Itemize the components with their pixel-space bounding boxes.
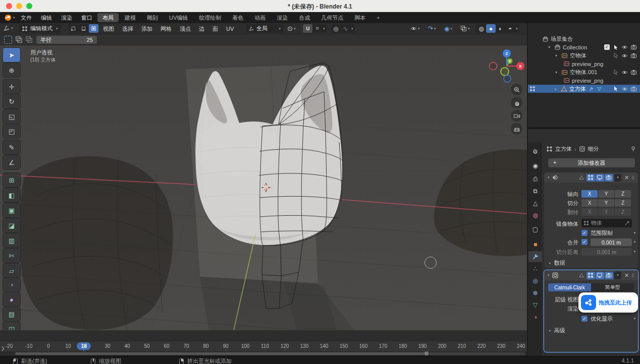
blender-logo-icon[interactable]: ▾ (4, 14, 15, 22)
select-toggle-icon[interactable] (613, 69, 619, 75)
catmull-clark-option[interactable]: Catmull-Clark (548, 283, 591, 291)
tool-knife[interactable]: ✄ (3, 249, 20, 263)
scrollbar-end-dot[interactable] (424, 351, 429, 355)
workspace-tab-着色[interactable]: 着色 (227, 13, 248, 22)
animate-dot[interactable] (634, 318, 635, 319)
tool-bevel[interactable]: ◪ (3, 218, 20, 232)
properties-tab-view-layer[interactable]: ⧉ (528, 186, 542, 197)
mirror-show-in-edit-mode-toggle[interactable] (586, 174, 595, 181)
proportional-edit-toggle[interactable]: ◎ (331, 24, 341, 33)
collapse-chevron-icon[interactable]: ▾ (548, 273, 550, 277)
workspace-tab-渲染[interactable]: 渲染 (272, 13, 293, 22)
menubar-menu-编辑[interactable]: 编辑 (36, 12, 57, 23)
bisectXYZ-z-button[interactable]: Z (615, 199, 631, 207)
mirror-modifier-header[interactable]: ▾ ▾ ✕ ⣿ (544, 172, 638, 183)
viewport-menu-UV[interactable]: UV (222, 23, 238, 34)
menubar-menu-文件[interactable]: 文件 (16, 12, 36, 23)
properties-tab-object-data[interactable]: ▽ (528, 299, 542, 311)
bisectXYZ-x-button[interactable]: X (581, 199, 598, 207)
disable-render-camera-icon[interactable] (630, 52, 637, 59)
tool-loop-cut[interactable]: ▥ (3, 233, 20, 248)
select-mode-vertex-button[interactable] (69, 24, 78, 33)
subdivision-show-on-cage-toggle[interactable] (577, 272, 586, 279)
hide-eye-icon[interactable] (621, 69, 628, 76)
viewport-menu-视图[interactable]: 视图 (99, 23, 118, 34)
expander-chevron[interactable]: ▾ (548, 45, 553, 49)
timeline-expand-chevron[interactable]: ❯ (1, 346, 5, 351)
axisXYZ-z-button[interactable]: Z (615, 190, 631, 198)
properties-tab-material[interactable]: ◑ (528, 312, 542, 323)
hide-eye-icon[interactable] (621, 86, 628, 92)
viewport-menu-顶点[interactable]: 顶点 (176, 23, 195, 34)
subdivision-modifier-header[interactable]: ▾ ▾ ✕ ⣿ (544, 270, 638, 280)
tool-inset-faces[interactable]: ▣ (3, 203, 20, 217)
viewport-scene[interactable] (0, 45, 527, 330)
select-toggle-icon[interactable] (613, 52, 619, 58)
properties-tab-object[interactable]: ■ (528, 239, 542, 250)
subdivision-show-in-edit-mode-toggle[interactable] (586, 272, 595, 279)
outliner-item-label[interactable]: 场景集合 (551, 35, 573, 43)
simple-option[interactable]: 简单型 (591, 283, 634, 291)
animate-dot[interactable] (634, 251, 635, 252)
gizmo-x-neg-axis[interactable] (490, 63, 497, 70)
viewport-3d[interactable]: 用户透视 (18) 立方体 ➤⊕✛↻◱◰✎∠⊞◧▣◪▥✄▱◔●▤◫ Z Y X (0, 45, 527, 330)
properties-tab-world[interactable]: ◍ (528, 210, 542, 221)
mirror-show-in-render-toggle[interactable] (605, 174, 613, 181)
tool-edge-slide[interactable]: ▤ (3, 307, 20, 321)
proportional-falloff-button[interactable]: ∿ (341, 24, 350, 33)
merge-checkbox[interactable]: ✓ (581, 239, 588, 245)
select-toggle-icon[interactable] (613, 86, 619, 92)
breadcrumb-object[interactable]: 立方体 (555, 145, 572, 153)
viewport-menu-添加[interactable]: 添加 (137, 23, 156, 34)
radius-slider[interactable]: 半径 25 (36, 36, 97, 44)
subdivision-show-in-render-toggle[interactable] (605, 272, 613, 279)
select-mode-face-button[interactable] (89, 24, 98, 33)
outliner-row-Collection[interactable]: ▾Collection✓ (528, 43, 640, 51)
properties-tab-constraints[interactable]: ⊗ (528, 287, 542, 298)
xray-toggle[interactable]: ▾ (459, 24, 471, 33)
selection-mode-subtract-button[interactable] (25, 36, 33, 43)
object-visibility-button[interactable]: ▾ (409, 24, 421, 33)
outliner-item-label[interactable]: preview_png (572, 61, 603, 67)
pivot-point-button[interactable]: ⊙▾ (286, 24, 297, 33)
gizmo-z-neg-axis[interactable] (504, 75, 511, 82)
expander-chevron[interactable]: ▾ (555, 70, 560, 75)
tool-cursor[interactable]: ⊕ (3, 63, 20, 77)
outliner-row-preview_png[interactable]: preview_png (528, 60, 640, 68)
properties-tab-physics[interactable]: ◎ (528, 275, 542, 286)
advanced-section-toggle[interactable]: ▸ 高级 (549, 327, 565, 334)
tool-transform[interactable]: ◰ (3, 124, 20, 138)
properties-tab-collection[interactable]: ▢ (528, 224, 542, 235)
mode-selector[interactable]: 编辑模式 ▾ (19, 24, 61, 33)
modifier-extras-button[interactable]: ▾ (614, 174, 621, 181)
subdivision-show-in-viewport-toggle[interactable] (596, 272, 604, 279)
tool-smooth[interactable]: ● (3, 292, 20, 307)
shading-rendered-button[interactable]: ◓ (505, 24, 515, 33)
workspace-tab-动画[interactable]: 动画 (249, 13, 271, 22)
animate-dot[interactable] (634, 241, 635, 242)
mirror-object-field[interactable]: 物体 (581, 219, 632, 227)
timeline-ruler[interactable]: -20-100103040506070809010011012013014015… (0, 341, 527, 351)
selection-mode-extend-button[interactable] (15, 36, 23, 43)
mirror-show-in-viewport-toggle[interactable] (596, 174, 604, 181)
disable-render-camera-icon[interactable] (630, 69, 637, 76)
workspace-tab-几何节点[interactable]: 几何节点 (316, 13, 348, 22)
outliner-item-label[interactable]: preview_png (572, 78, 603, 84)
hide-eye-icon[interactable] (621, 44, 628, 50)
menubar-menu-窗口[interactable]: 窗口 (77, 12, 97, 23)
breadcrumb-modifier[interactable]: 细分 (588, 145, 599, 153)
navigation-gizmo[interactable]: Z Y X (479, 48, 527, 86)
workspace-tab-UV编辑[interactable]: UV编辑 (164, 13, 193, 22)
expander-chevron[interactable]: ▾ (555, 53, 560, 58)
perspective-toggle-button[interactable] (511, 123, 522, 135)
viewport-menu-选择[interactable]: 选择 (118, 23, 137, 34)
collection-checkbox[interactable]: ✓ (604, 44, 610, 50)
outliner-item-label[interactable]: 空物体 (570, 52, 586, 59)
shading-material-button[interactable]: ◐ (496, 24, 505, 33)
clipping-checkbox[interactable]: ✓ (581, 230, 588, 236)
hide-eye-icon[interactable] (621, 52, 628, 59)
tool-extrude-region[interactable]: ◧ (3, 188, 20, 202)
selection-mode-new-button[interactable] (4, 36, 12, 44)
tool-move[interactable]: ✛ (3, 80, 20, 94)
snap-toggle[interactable] (303, 24, 312, 33)
